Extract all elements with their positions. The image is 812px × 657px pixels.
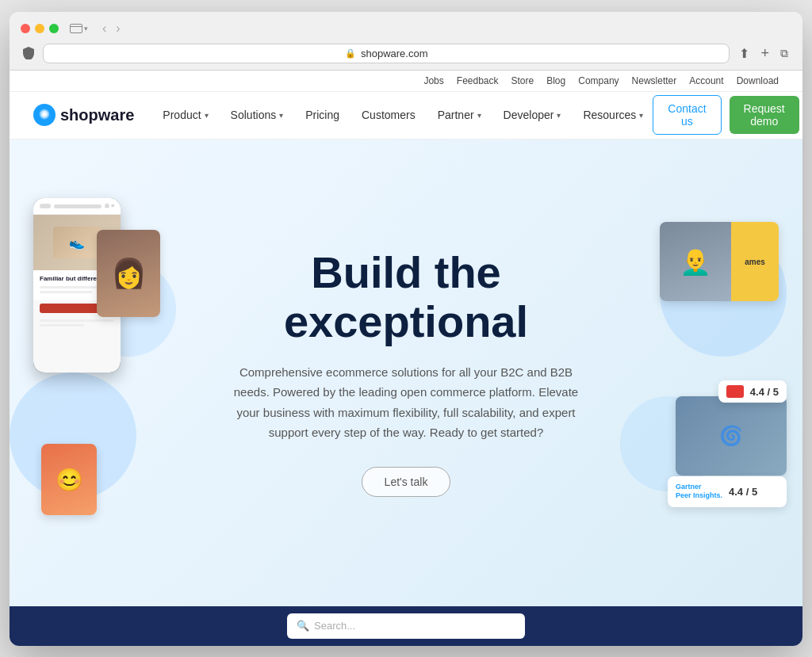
close-button[interactable] [21, 24, 30, 33]
utility-feedback[interactable]: Feedback [457, 75, 499, 86]
hero-title-line1: Build the [311, 247, 501, 297]
fan-icon: 🌀 [719, 425, 743, 447]
main-nav: shopware Product ▾ Solutions ▾ Pricing C… [10, 92, 802, 139]
lets-talk-button[interactable]: Let's talk [362, 467, 451, 497]
hero-subtitle: Comprehensive ecommerce solutions for al… [232, 362, 580, 443]
phone-footer-line2 [40, 324, 84, 327]
nav-product-label: Product [163, 109, 201, 121]
utility-jobs[interactable]: Jobs [423, 75, 443, 86]
portrait-card-woman2: 😊 [41, 444, 97, 515]
logo-icon [33, 104, 56, 126]
utility-store[interactable]: Store [511, 75, 534, 86]
address-bar[interactable]: 🔒 shopware.com [43, 44, 730, 63]
gartner-card: Gartner Peer Insights. 4.4 / 5 [668, 476, 787, 507]
tabs-button[interactable]: ⧉ [777, 44, 791, 63]
phone-header: ⊞ ≡ [33, 198, 121, 215]
address-bar-row: 🔒 shopware.com ⬆ + ⧉ [21, 44, 791, 63]
portrait-card-woman: 👩 [97, 230, 160, 317]
chevron-down-icon: ▾ [205, 111, 209, 120]
utility-account[interactable]: Account [689, 75, 723, 86]
right-image-top: 👨‍🦲 ames [660, 222, 779, 301]
browser-chrome: ▾ ‹ › 🔒 shopware.com ⬆ + ⧉ [10, 12, 802, 71]
man-portrait: 👨‍🦲 [660, 222, 731, 301]
back-button[interactable]: ‹ [99, 20, 109, 37]
nav-solutions-label: Solutions [231, 109, 277, 121]
utility-newsletter[interactable]: Newsletter [632, 75, 677, 86]
rating-icon [726, 385, 744, 398]
share-button[interactable]: ⬆ [736, 44, 753, 63]
forward-button[interactable]: › [113, 20, 123, 37]
page-content: Jobs Feedback Store Blog Company Newslet… [10, 71, 802, 646]
rating-value: 4.4 / 5 [750, 386, 779, 398]
bottom-bar: 🔍 Search... [10, 606, 802, 646]
url-text: shopware.com [361, 48, 428, 59]
nav-item-solutions[interactable]: Solutions ▾ [221, 102, 293, 128]
browser-actions: ⬆ + ⧉ [736, 44, 791, 63]
nav-partner-label: Partner [438, 109, 474, 121]
bottom-search-bar[interactable]: 🔍 Search... [287, 613, 525, 639]
nav-developer-label: Developer [504, 109, 554, 121]
hero-title: Build the exceptional [232, 248, 580, 346]
ames-label: ames [745, 258, 765, 266]
nav-item-developer[interactable]: Developer ▾ [494, 102, 571, 128]
hero-section: ⊞ ≡ 👟 Familiar but different [10, 139, 802, 606]
utility-bar: Jobs Feedback Store Blog Company Newslet… [10, 71, 802, 92]
right-image-bottom: 🌀 [676, 396, 787, 476]
nav-item-pricing[interactable]: Pricing [296, 102, 349, 128]
utility-company[interactable]: Company [578, 75, 619, 86]
hero-left-decorations: ⊞ ≡ 👟 Familiar but different [25, 198, 184, 547]
phone-text-line2 [40, 291, 92, 293]
gartner-logo: Gartner Peer Insights. [676, 483, 722, 501]
shield-icon [21, 47, 36, 59]
phone-footer-line1 [40, 319, 114, 322]
search-icon: 🔍 [297, 620, 309, 632]
phone-footer-text [33, 316, 121, 332]
nav-item-partner[interactable]: Partner ▾ [428, 102, 491, 128]
new-tab-button[interactable]: + [757, 44, 772, 63]
window-icon [70, 24, 82, 33]
nav-resources-label: Resources [583, 109, 636, 121]
browser-window: ▾ ‹ › 🔒 shopware.com ⬆ + ⧉ Job [10, 12, 802, 646]
contact-button[interactable]: Contact us [653, 95, 721, 135]
nav-pricing-label: Pricing [305, 109, 339, 121]
maximize-button[interactable] [49, 24, 59, 33]
sneaker-image: 👟 [53, 227, 101, 258]
chevron-down-icon: ▾ [557, 111, 561, 120]
chevron-down-icon: ▾ [639, 111, 643, 120]
gartner-sub: Peer Insights. [676, 491, 722, 501]
gartner-label: Gartner [676, 483, 722, 492]
ames-card: ames [731, 222, 779, 301]
hero-content: Build the exceptional Comprehensive ecom… [216, 248, 596, 496]
search-placeholder: Search... [314, 620, 355, 632]
nav-item-product[interactable]: Product ▾ [153, 102, 217, 128]
chevron-down-icon: ▾ [477, 111, 481, 120]
nav-arrows: ‹ › [99, 20, 124, 37]
lock-icon: 🔒 [345, 48, 356, 59]
fan-image: 🌀 [676, 396, 787, 476]
minimize-button[interactable] [35, 24, 44, 33]
traffic-lights [21, 24, 59, 33]
hero-title-line2: exceptional [284, 296, 528, 346]
phone-header-dot [40, 204, 51, 208]
logo[interactable]: shopware [33, 104, 134, 126]
window-layout-button[interactable]: ▾ [67, 22, 91, 35]
nav-items: Product ▾ Solutions ▾ Pricing Customers … [153, 102, 653, 128]
chevron-down-icon: ▾ [279, 111, 283, 120]
logo-text: shopware [60, 106, 134, 124]
phone-icons: ⊞ ≡ [105, 203, 114, 209]
gartner-rating: 4.4 / 5 [729, 486, 757, 498]
nav-customers-label: Customers [362, 109, 416, 121]
utility-download[interactable]: Download [737, 75, 779, 86]
rating-badge: 4.4 / 5 [718, 380, 787, 403]
woman2-portrait: 😊 [41, 444, 97, 515]
request-demo-button[interactable]: Request demo [730, 96, 799, 134]
woman-portrait: 👩 [97, 230, 160, 317]
nav-item-customers[interactable]: Customers [352, 102, 425, 128]
hero-right-decorations: 👨‍🦲 ames 🌀 4.4 / 5 [612, 222, 787, 523]
nav-actions: Contact us Request demo [653, 95, 799, 135]
phone-search-bar [54, 204, 102, 208]
utility-blog[interactable]: Blog [546, 75, 565, 86]
nav-item-resources[interactable]: Resources ▾ [573, 102, 653, 128]
